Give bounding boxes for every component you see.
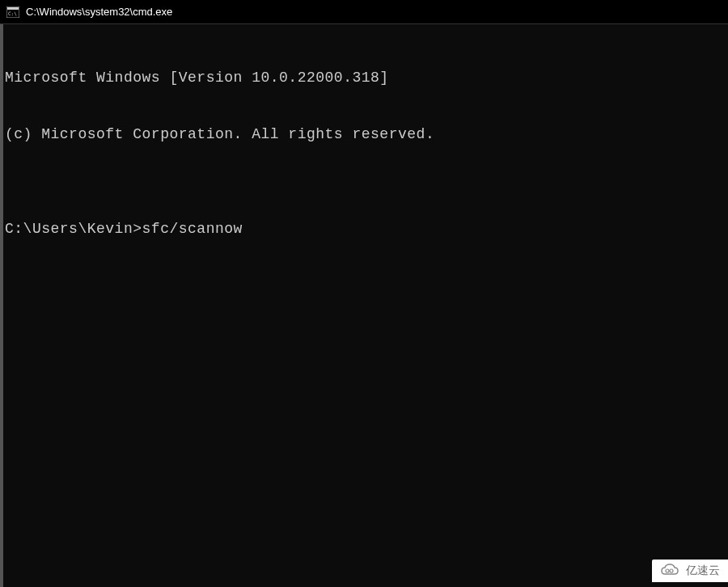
svg-rect-1 xyxy=(7,7,19,10)
cmd-icon: C:\ xyxy=(6,6,19,18)
terminal-output-area[interactable]: Microsoft Windows [Version 10.0.22000.31… xyxy=(0,24,728,587)
watermark-text: 亿速云 xyxy=(686,564,720,578)
version-line: Microsoft Windows [Version 10.0.22000.31… xyxy=(5,69,723,87)
window-left-border xyxy=(0,24,3,587)
prompt-text: C:\Users\Kevin> xyxy=(5,220,142,239)
svg-point-3 xyxy=(666,569,669,572)
copyright-line: (c) Microsoft Corporation. All rights re… xyxy=(5,125,723,144)
window-title: C:\Windows\system32\cmd.exe xyxy=(26,6,172,18)
window-titlebar[interactable]: C:\ C:\Windows\system32\cmd.exe xyxy=(0,0,728,24)
command-prompt-line: C:\Users\Kevin>sfc/scannow xyxy=(5,220,723,239)
svg-text:C:\: C:\ xyxy=(8,11,17,16)
command-input[interactable]: sfc/scannow xyxy=(142,220,243,239)
watermark-badge: 亿速云 xyxy=(652,560,728,582)
cloud-icon xyxy=(658,563,681,579)
svg-point-4 xyxy=(670,569,673,572)
